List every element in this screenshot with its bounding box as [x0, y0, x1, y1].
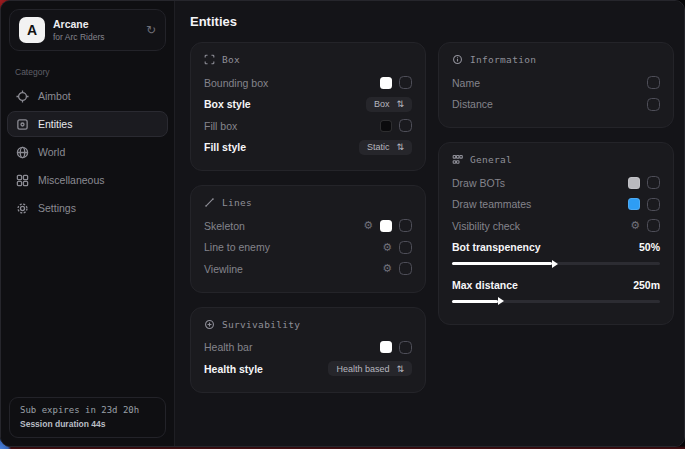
visibility-check-checkbox[interactable] [647, 219, 660, 232]
brand-name: Arcane [53, 18, 138, 30]
survivability-section: Survivability Health bar Health style He… [190, 307, 426, 393]
draw-bots-label: Draw BOTs [452, 177, 505, 189]
sidebar-item-aimbot[interactable]: Aimbot [7, 83, 168, 109]
bounding-box-checkbox[interactable] [399, 76, 412, 89]
draw-teammates-row: Draw teammates [452, 194, 660, 216]
fill-box-label: Fill box [204, 120, 237, 132]
sync-icon[interactable]: ↻ [146, 23, 156, 37]
fill-box-color-swatch[interactable] [380, 120, 392, 132]
visibility-check-row: Visibility check ⚙ [452, 215, 660, 237]
distance-label: Distance [452, 98, 493, 110]
visibility-check-label: Visibility check [452, 220, 520, 232]
draw-bots-color-swatch[interactable] [628, 177, 640, 189]
subscription-card: Sub expires in 23d 20h Session duration … [9, 397, 166, 438]
distance-checkbox[interactable] [647, 98, 660, 111]
fill-style-dropdown[interactable]: Static ⇅ [359, 140, 412, 155]
bounding-box-label: Bounding box [204, 77, 268, 89]
health-icon [204, 319, 215, 330]
health-style-value: Health based [336, 364, 389, 374]
fill-style-label: Fill style [204, 141, 246, 153]
section-title: Information [470, 54, 536, 65]
sidebar-item-settings[interactable]: Settings [7, 195, 168, 221]
viewline-label: Viewline [204, 263, 243, 275]
health-bar-color-swatch[interactable] [380, 341, 392, 353]
viewline-row: Viewline ⚙ [204, 258, 412, 280]
sidebar-item-miscellaneous[interactable]: Miscellaneous [7, 167, 168, 193]
fill-box-checkbox[interactable] [399, 119, 412, 132]
sidebar-item-label: Entities [38, 118, 72, 130]
page-title: Entities [190, 14, 670, 29]
info-icon [452, 54, 463, 65]
draw-bots-checkbox[interactable] [647, 176, 660, 189]
box-style-dropdown[interactable]: Box ⇅ [366, 97, 412, 112]
main-content: Entities Box Bou [175, 1, 684, 446]
skeleton-row: Skeleton ⚙ [204, 215, 412, 237]
bounding-box-color-swatch[interactable] [380, 77, 392, 89]
bot-transparency-row: Bot transpenency 50% [452, 237, 660, 259]
app-window: A Arcane for Arc Riders ↻ Category Aimbo… [0, 0, 685, 447]
grid-icon [16, 174, 29, 187]
line-to-enemy-checkbox[interactable] [399, 241, 412, 254]
health-style-dropdown[interactable]: Health based ⇅ [328, 361, 412, 376]
section-title: Survivability [222, 319, 300, 330]
skeleton-checkbox[interactable] [399, 219, 412, 232]
box-section: Box Bounding box Box style Box ⇅ [190, 42, 426, 171]
bot-transparency-value: 50% [639, 241, 660, 253]
chevron-sort-icon: ⇅ [396, 99, 404, 109]
information-section: Information Name Distance [438, 42, 674, 128]
sidebar-item-label: Settings [38, 202, 76, 214]
skeleton-settings-gear-icon[interactable]: ⚙ [363, 220, 373, 231]
skeleton-label: Skeleton [204, 220, 245, 232]
line-to-enemy-label: Line to enemy [204, 241, 270, 253]
brand-subtitle: for Arc Riders [53, 32, 138, 42]
bot-transparency-slider-fill[interactable] [452, 262, 552, 265]
name-row: Name [452, 72, 660, 94]
brand-logo: A [19, 17, 45, 43]
draw-teammates-checkbox[interactable] [647, 198, 660, 211]
lines-section: Lines Skeleton ⚙ Line to enemy ⚙ [190, 185, 426, 293]
box-corners-icon [204, 54, 215, 65]
skeleton-color-swatch[interactable] [380, 220, 392, 232]
name-label: Name [452, 77, 480, 89]
fill-box-row: Fill box [204, 115, 412, 137]
box-style-value: Box [374, 99, 390, 109]
visibility-check-settings-gear-icon[interactable]: ⚙ [630, 220, 640, 231]
fill-style-row: Fill style Static ⇅ [204, 137, 412, 159]
chevron-sort-icon: ⇅ [396, 142, 404, 152]
max-distance-slider[interactable] [452, 300, 660, 303]
section-title: Lines [222, 197, 252, 208]
gear-icon [16, 202, 29, 215]
health-bar-checkbox[interactable] [399, 341, 412, 354]
session-duration: Session duration 44s [20, 419, 155, 429]
category-label: Category [15, 67, 174, 77]
line-to-enemy-row: Line to enemy ⚙ [204, 237, 412, 259]
viewline-settings-gear-icon[interactable]: ⚙ [382, 263, 392, 274]
viewline-checkbox[interactable] [399, 262, 412, 275]
health-bar-label: Health bar [204, 341, 252, 353]
bot-transparency-slider[interactable] [452, 262, 660, 265]
sidebar-item-world[interactable]: World [7, 139, 168, 165]
section-title: General [470, 154, 512, 165]
sidebar-item-label: World [38, 146, 65, 158]
bounding-box-row: Bounding box [204, 72, 412, 94]
draw-bots-row: Draw BOTs [452, 172, 660, 194]
sidebar-item-label: Miscellaneous [38, 174, 105, 186]
health-style-label: Health style [204, 363, 263, 375]
sidebar: A Arcane for Arc Riders ↻ Category Aimbo… [1, 1, 175, 446]
max-distance-label: Max distance [452, 279, 518, 291]
max-distance-row: Max distance 250m [452, 274, 660, 296]
distance-row: Distance [452, 94, 660, 116]
globe-icon [16, 146, 29, 159]
line-icon [204, 197, 215, 208]
section-title: Box [222, 54, 240, 65]
sliders-grid-icon [452, 154, 463, 165]
sidebar-item-label: Aimbot [38, 90, 71, 102]
name-checkbox[interactable] [647, 76, 660, 89]
line-to-enemy-settings-gear-icon[interactable]: ⚙ [382, 242, 392, 253]
box-style-label: Box style [204, 98, 251, 110]
sidebar-item-entities[interactable]: Entities [7, 111, 168, 137]
subscription-expiry: Sub expires in 23d 20h [20, 405, 155, 415]
draw-teammates-color-swatch[interactable] [628, 198, 640, 210]
health-bar-row: Health bar [204, 337, 412, 359]
max-distance-slider-fill[interactable] [452, 300, 498, 303]
